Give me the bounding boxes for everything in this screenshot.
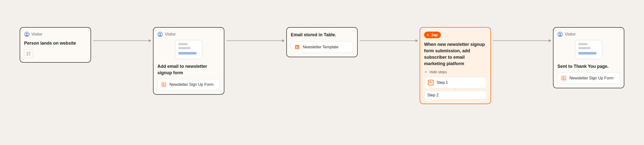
flow-arrow [91, 40, 153, 41]
attached-table-tag[interactable]: Newsletter Template [291, 41, 353, 53]
interfaces-icon [560, 75, 567, 81]
role-label: Visitor [565, 32, 576, 37]
svg-rect-2 [27, 52, 28, 53]
zap-steps: Step 1 Step 2 [424, 77, 486, 100]
form-thumbnail [575, 40, 602, 59]
flow-arrow [358, 40, 420, 41]
zap-step[interactable]: Step 1 [424, 77, 486, 88]
flow-node-table[interactable]: Email stored in Table. Newsletter Templa… [286, 27, 358, 57]
step-label: Step 2 [427, 93, 438, 97]
flow-canvas[interactable]: Visitor Person lands on website Visitor … [0, 0, 644, 145]
svg-rect-13 [296, 48, 299, 48]
node-title: Person lands on website [24, 40, 86, 46]
visitor-icon [24, 32, 30, 37]
tag-label: Newsletter Template [303, 45, 338, 49]
role-label: Visitor [32, 32, 42, 37]
role-row: Visitor [558, 32, 620, 37]
qr-icon[interactable] [24, 49, 33, 58]
svg-rect-14 [297, 46, 297, 48]
step-connector [455, 88, 456, 91]
form-thumbnail [175, 40, 202, 59]
flow-node-zap[interactable]: Zap When new newsletter signup form subm… [420, 27, 491, 104]
svg-point-1 [26, 33, 28, 35]
attached-form-tag[interactable]: Newsletter Sign Up Form [558, 73, 620, 84]
interfaces-icon [427, 79, 434, 86]
toggle-label: Hide steps [430, 70, 447, 74]
step-label: Step 1 [437, 80, 448, 85]
flow-node-signup-form[interactable]: Visitor Add email to newsletter signup f… [153, 27, 224, 95]
flow-arrow [224, 40, 286, 41]
node-title: When new newsletter signup form submissi… [424, 41, 486, 67]
flow-node-thankyou[interactable]: Visitor Sent to Thank You page. Newslett… [553, 27, 624, 88]
svg-rect-4 [27, 54, 28, 56]
zap-step[interactable]: Step 2 [424, 91, 486, 100]
attached-form-tag[interactable]: Newsletter Sign Up Form [158, 79, 220, 90]
tag-label: Newsletter Sign Up Form [570, 76, 614, 80]
svg-point-17 [560, 33, 561, 35]
node-title: Email stored in Table. [291, 32, 353, 38]
svg-point-8 [160, 33, 161, 35]
role-label: Visitor [165, 32, 176, 37]
toggle-steps[interactable]: Hide steps [424, 70, 447, 74]
interfaces-icon [161, 81, 167, 88]
visitor-icon [558, 32, 563, 37]
role-row: Visitor [158, 32, 220, 37]
svg-rect-11 [296, 46, 299, 47]
role-row: Visitor [24, 32, 86, 37]
visitor-icon [158, 32, 163, 37]
flow-node-landing[interactable]: Visitor Person lands on website [20, 27, 91, 63]
node-title: Sent to Thank You page. [558, 63, 620, 70]
tables-icon [294, 44, 300, 50]
svg-rect-3 [29, 52, 30, 53]
node-title: Add email to newsletter signup form [158, 63, 220, 76]
flow-arrow [491, 40, 553, 41]
svg-rect-12 [296, 47, 299, 48]
zap-badge: Zap [424, 32, 441, 38]
tag-label: Newsletter Sign Up Form [170, 82, 214, 87]
zap-label: Zap [431, 33, 438, 37]
